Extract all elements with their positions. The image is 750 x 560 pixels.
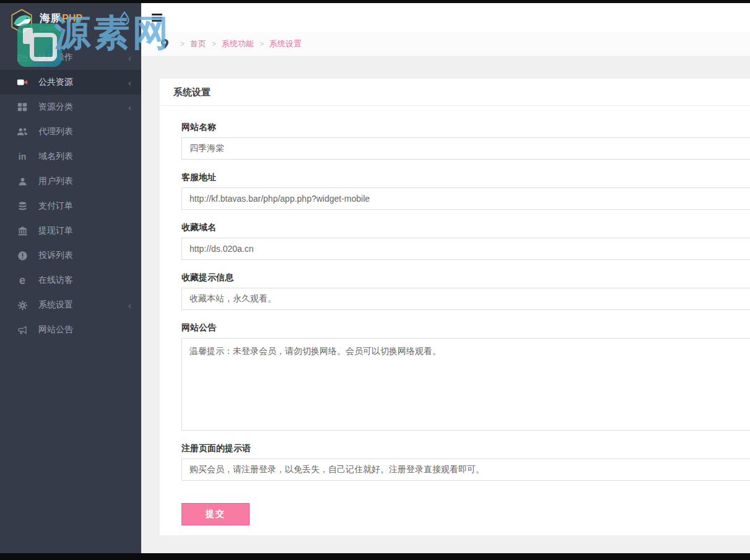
sidebar-item-label: 支付订单 bbox=[38, 200, 73, 212]
sidebar-item-label: 资源分类 bbox=[38, 101, 73, 113]
register-tip-input[interactable] bbox=[181, 459, 750, 481]
sidebar-item-site-announcement[interactable]: 网站公告 bbox=[0, 317, 141, 342]
sidebar-item-public-resources[interactable]: 公共资源 ‹ bbox=[0, 70, 141, 95]
chevron-left-icon: ‹ bbox=[128, 53, 131, 62]
app-logo[interactable]: 海豚PHP Dolphin bbox=[0, 3, 141, 41]
settings-card: 系统设置 网站名称 客服地址 收藏域名 收藏提示信息 bbox=[160, 79, 750, 535]
customer-service-url-input[interactable] bbox=[181, 187, 750, 210]
exclamation-circle-icon bbox=[16, 249, 28, 262]
sidebar-item-quick-actions[interactable]: 快捷操作 ‹ bbox=[0, 45, 141, 70]
field-customer-service-url: 客服地址 bbox=[181, 172, 750, 210]
field-label: 客服地址 bbox=[181, 172, 750, 183]
sidebar-item-label: 投诉列表 bbox=[38, 250, 73, 261]
breadcrumb-home[interactable]: 首页 bbox=[190, 38, 206, 50]
sidebar-item-payment-orders[interactable]: 支付订单 bbox=[0, 194, 141, 218]
sidebar-item-withdrawal-orders[interactable]: 提现订单 bbox=[0, 218, 141, 243]
bookmark-tip-input[interactable] bbox=[181, 288, 750, 310]
main-area: > 首页 > 系统功能 > 系统设置 系统设置 网站名称 客服地址 收藏域名 bbox=[141, 3, 750, 553]
site-announcement-textarea[interactable]: 温馨提示：未登录会员，请勿切换网络。会员可以切换网络观看。 bbox=[181, 338, 750, 431]
field-label: 收藏域名 bbox=[181, 222, 750, 233]
users-icon bbox=[16, 126, 28, 138]
field-site-announcement: 网站公告 温馨提示：未登录会员，请勿切换网络。会员可以切换网络观看。 bbox=[181, 322, 750, 431]
video-camera-icon bbox=[16, 76, 28, 88]
sidebar-item-users[interactable]: 用户列表 bbox=[0, 169, 141, 194]
sidebar-item-label: 用户列表 bbox=[38, 176, 73, 187]
topbar bbox=[141, 3, 750, 32]
submit-button[interactable]: 提交 bbox=[181, 503, 250, 525]
grid-icon bbox=[16, 101, 28, 113]
logo-title-cn: 海豚 bbox=[40, 12, 62, 24]
breadcrumb-separator: > bbox=[212, 40, 216, 48]
linkedin-icon: in bbox=[16, 150, 28, 163]
sidebar-item-label: 提现订单 bbox=[38, 225, 73, 236]
sidebar: 海豚PHP Dolphin 快捷操作 ‹ 公共资源 ‹ bbox=[0, 3, 141, 553]
field-label: 收藏提示信息 bbox=[181, 272, 750, 283]
bookmark-domain-input[interactable] bbox=[181, 238, 750, 260]
sidebar-item-label: 域名列表 bbox=[38, 151, 73, 162]
sidebar-item-label: 公共资源 bbox=[38, 77, 73, 88]
sidebar-item-label: 代理列表 bbox=[38, 126, 73, 137]
bullhorn-icon bbox=[16, 324, 28, 336]
sidebar-item-label: 网站公告 bbox=[38, 324, 73, 335]
field-bookmark-domain: 收藏域名 bbox=[181, 222, 750, 260]
settings-form: 网站名称 客服地址 收藏域名 收藏提示信息 网站公告 温馨提 bbox=[160, 106, 750, 535]
sidebar-item-resource-categories[interactable]: 资源分类 ‹ bbox=[0, 95, 141, 119]
sidebar-item-online-visitors[interactable]: e 在线访客 bbox=[0, 268, 141, 293]
breadcrumb-system-functions[interactable]: 系统功能 bbox=[222, 38, 254, 50]
sidebar-item-label: 在线访客 bbox=[38, 275, 73, 286]
card-title: 系统设置 bbox=[160, 79, 750, 106]
database-icon bbox=[16, 200, 28, 212]
field-site-name: 网站名称 bbox=[181, 122, 750, 160]
chevron-left-icon: ‹ bbox=[128, 103, 131, 112]
sidebar-item-agents[interactable]: 代理列表 bbox=[0, 119, 141, 144]
chevron-left-icon: ‹ bbox=[128, 78, 131, 87]
breadcrumb-system-settings[interactable]: 系统设置 bbox=[269, 38, 302, 50]
breadcrumb: > 首页 > 系统功能 > 系统设置 bbox=[141, 32, 750, 56]
dolphin-logo-icon bbox=[9, 7, 35, 37]
sidebar-item-complaints[interactable]: 投诉列表 bbox=[0, 243, 141, 268]
window-top-edge bbox=[0, 0, 750, 3]
gear-icon bbox=[16, 299, 28, 311]
field-bookmark-tip: 收藏提示信息 bbox=[181, 272, 750, 310]
content-area: 系统设置 网站名称 客服地址 收藏域名 收藏提示信息 bbox=[141, 56, 750, 553]
breadcrumb-separator: > bbox=[259, 40, 264, 48]
user-icon bbox=[16, 175, 28, 187]
sidebar-menu: 快捷操作 ‹ 公共资源 ‹ 资源分类 ‹ bbox=[0, 41, 141, 342]
sidebar-item-domains[interactable]: in 域名列表 bbox=[0, 144, 141, 169]
chevron-left-icon: ‹ bbox=[128, 301, 131, 310]
logo-title-php: PHP bbox=[62, 13, 82, 24]
sidebar-item-label: 系统设置 bbox=[38, 299, 73, 311]
breadcrumb-separator: > bbox=[180, 40, 185, 48]
sidebar-item-label: 快捷操作 bbox=[38, 52, 73, 63]
logo-subtitle: Dolphin bbox=[40, 25, 82, 32]
sidebar-item-system-settings[interactable]: 系统设置 ‹ bbox=[0, 293, 141, 317]
folder-open-icon bbox=[16, 51, 28, 64]
field-register-tip: 注册页面的提示语 bbox=[181, 443, 750, 481]
field-label: 注册页面的提示语 bbox=[181, 443, 750, 454]
bank-icon bbox=[16, 225, 28, 237]
window-bottom-edge bbox=[0, 553, 750, 560]
field-label: 网站公告 bbox=[181, 322, 750, 334]
edge-icon: e bbox=[16, 274, 28, 286]
field-label: 网站名称 bbox=[181, 122, 750, 133]
site-name-input[interactable] bbox=[181, 137, 750, 160]
location-pin-icon bbox=[161, 39, 168, 49]
hamburger-menu-icon[interactable] bbox=[152, 14, 162, 22]
